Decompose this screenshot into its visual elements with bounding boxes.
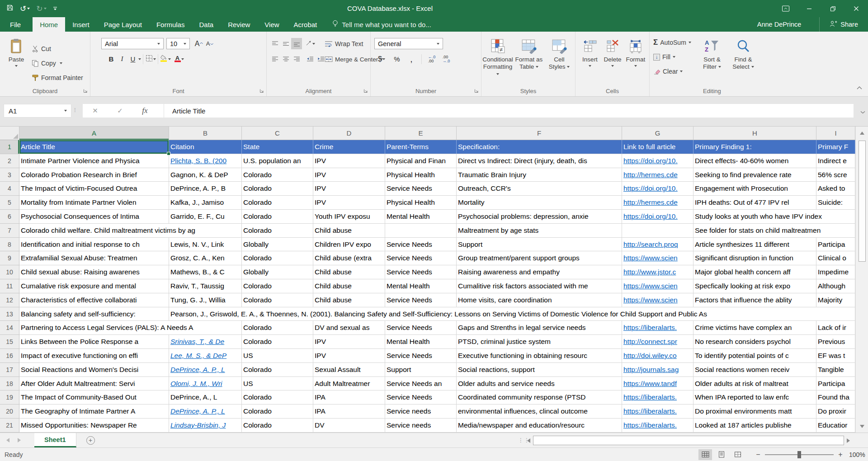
cell-D1[interactable]: Crime bbox=[313, 140, 385, 154]
insert-cells-button[interactable]: Insert bbox=[579, 36, 601, 67]
cell-E21[interactable]: Service needs bbox=[385, 419, 457, 433]
font-size-combo[interactable]: 10 bbox=[166, 38, 190, 49]
cell-C12[interactable]: Colorado bbox=[242, 293, 313, 307]
cell-D17[interactable]: Sexual Assault bbox=[313, 363, 385, 377]
cell-H19[interactable]: When IPA reported to law enfc bbox=[693, 390, 816, 405]
cell-I2[interactable]: Indirect e bbox=[816, 154, 855, 168]
cell-B18[interactable]: Olomi, J. M., Wri bbox=[169, 377, 242, 391]
column-header-B[interactable]: B bbox=[169, 127, 242, 140]
tab-file[interactable]: File bbox=[0, 17, 31, 32]
cell-C6[interactable]: Colorado bbox=[242, 210, 313, 224]
cell-H10[interactable]: Major global health concern aff bbox=[693, 265, 816, 279]
expand-formula-bar-icon[interactable] bbox=[860, 108, 865, 116]
cell-E10[interactable]: Service Needs bbox=[385, 265, 457, 279]
cell-C16[interactable]: US bbox=[242, 349, 313, 363]
cell-D9[interactable]: Child abuse (extra bbox=[313, 251, 385, 265]
tab-formulas[interactable]: Formulas bbox=[149, 17, 192, 32]
cell-B15[interactable]: Srinivas, T., & De bbox=[169, 335, 242, 349]
font-color-button[interactable]: A bbox=[174, 53, 184, 65]
cell-A14[interactable]: Partnering to Access Legal Services (PAL… bbox=[19, 321, 242, 335]
cell-styles-button[interactable]: Cell Styles bbox=[546, 36, 573, 71]
cell-B19[interactable]: DePrince, A., L bbox=[169, 390, 242, 405]
cell-G5[interactable]: http://hermes.cde bbox=[622, 196, 693, 210]
formula-input[interactable]: ✕ ✓ fx Article Title bbox=[83, 104, 854, 118]
cell-I12[interactable]: Majority bbox=[816, 293, 855, 307]
align-center-button[interactable] bbox=[280, 53, 291, 65]
row-header-9[interactable]: 9 bbox=[0, 251, 19, 265]
column-header-H[interactable]: H bbox=[693, 127, 816, 140]
cell-I3[interactable]: 56% scre bbox=[816, 168, 855, 182]
cell-D20[interactable]: IPA bbox=[313, 405, 385, 419]
cell-A17[interactable]: Social Reactions and Women's Decisi bbox=[19, 363, 169, 377]
cell-H20[interactable]: Do proximal environments matt bbox=[693, 405, 816, 419]
number-dialog-launcher[interactable] bbox=[473, 88, 480, 94]
shrink-font-button[interactable]: A bbox=[204, 38, 215, 49]
cell-A3[interactable]: Colorado Probation Research in Brief bbox=[19, 168, 169, 182]
cell-F12[interactable]: Home visits, care coordination bbox=[457, 293, 622, 307]
cell-B9[interactable]: Grosz, C. A., Ken bbox=[169, 251, 242, 265]
normal-view-button[interactable] bbox=[698, 449, 712, 460]
cell-I10[interactable]: Impedime bbox=[816, 265, 855, 279]
clear-button[interactable]: Clear bbox=[653, 64, 691, 79]
cell-F8[interactable]: Support bbox=[457, 238, 622, 252]
column-header-D[interactable]: D bbox=[313, 127, 385, 140]
font-name-combo[interactable]: Arial bbox=[101, 38, 164, 49]
cell-C18[interactable]: US bbox=[242, 377, 313, 391]
decrease-decimal-button[interactable]: .00→.0 bbox=[441, 53, 452, 65]
row-header-19[interactable]: 19 bbox=[0, 390, 19, 405]
cell-I16[interactable]: EF was t bbox=[816, 349, 855, 363]
cell-B16[interactable]: Lee, M. S., & DeP bbox=[169, 349, 242, 363]
cell-I9[interactable]: Clinical o bbox=[816, 251, 855, 265]
scroll-down-icon[interactable] bbox=[856, 420, 868, 433]
align-left-button[interactable] bbox=[269, 53, 280, 65]
font-dialog-launcher[interactable] bbox=[259, 88, 265, 94]
row-header-13[interactable]: 13 bbox=[0, 307, 19, 321]
cell-G17[interactable]: http://journals.sag bbox=[622, 363, 693, 377]
cell-G9[interactable]: https://www.scien bbox=[622, 251, 693, 265]
column-header-E[interactable]: E bbox=[385, 127, 457, 140]
cell-D3[interactable]: IPV bbox=[313, 168, 385, 182]
cell-I11[interactable]: Although bbox=[816, 279, 855, 293]
cell-D6[interactable]: Youth IPV exposu bbox=[313, 210, 385, 224]
cell-A9[interactable]: Extrafamilial Sexual Abuse: Treatmen bbox=[19, 251, 169, 265]
cell-G2[interactable]: https://doi.org/10. bbox=[622, 154, 693, 168]
cell-F18[interactable]: Older adults and service needs bbox=[457, 377, 622, 391]
bold-button[interactable]: B bbox=[106, 53, 117, 65]
row-header-4[interactable]: 4 bbox=[0, 182, 19, 196]
cell-C17[interactable]: Colorado bbox=[242, 363, 313, 377]
cell-F16[interactable]: Executive functioning in obtaining resou… bbox=[457, 349, 622, 363]
clipboard-dialog-launcher[interactable] bbox=[82, 88, 89, 94]
page-break-view-button[interactable] bbox=[731, 449, 745, 460]
sheet-tab-sheet1[interactable]: Sheet1 bbox=[34, 433, 76, 447]
cell-B10[interactable]: Mathews, B., & C bbox=[169, 265, 242, 279]
cell-E19[interactable]: Service Needs bbox=[385, 390, 457, 405]
cell-D2[interactable]: IPV bbox=[313, 154, 385, 168]
cell-H5[interactable]: IPH deaths: Out of 477 IPV rel bbox=[693, 196, 816, 210]
prev-sheet-icon[interactable] bbox=[6, 438, 9, 442]
cell-D21[interactable]: DV bbox=[313, 419, 385, 433]
cell-F19[interactable]: Coordinated community response (PTSD bbox=[457, 390, 622, 405]
accounting-format-button[interactable]: $ bbox=[376, 53, 387, 65]
cell-H17[interactable]: Social reactions women receiv bbox=[693, 363, 816, 377]
cell-C11[interactable]: Colorado bbox=[242, 279, 313, 293]
comma-style-button[interactable]: , bbox=[406, 53, 417, 65]
cell-F5[interactable]: Mortality bbox=[457, 196, 622, 210]
align-bottom-button[interactable] bbox=[291, 38, 302, 49]
cell-I15[interactable]: Previous bbox=[816, 335, 855, 349]
cell-B13[interactable]: Pearson, J., Griswold, E. A., & Thoennes… bbox=[169, 307, 855, 321]
cell-H12[interactable]: Factors that influence the ablity bbox=[693, 293, 816, 307]
cell-E12[interactable]: Service Needs bbox=[385, 293, 457, 307]
cell-E5[interactable]: Physical Health bbox=[385, 196, 457, 210]
vertical-scrollbar[interactable] bbox=[855, 127, 868, 433]
cell-D5[interactable]: IPV bbox=[313, 196, 385, 210]
row-header-3[interactable]: 3 bbox=[0, 168, 19, 182]
cell-H15[interactable]: No research considers psychol bbox=[693, 335, 816, 349]
cell-G6[interactable]: https://doi.org/10. bbox=[622, 210, 693, 224]
row-header-17[interactable]: 17 bbox=[0, 363, 19, 377]
cell-H1[interactable]: Primary Finding 1: bbox=[693, 140, 816, 154]
cell-E8[interactable]: Service Needs bbox=[385, 238, 457, 252]
cell-A11[interactable]: Cumalative risk exposure and mental bbox=[19, 279, 169, 293]
zoom-out-button[interactable]: − bbox=[754, 451, 762, 459]
cell-A6[interactable]: Psychosocial Consequences of Intima bbox=[19, 210, 169, 224]
align-middle-button[interactable] bbox=[280, 38, 291, 49]
